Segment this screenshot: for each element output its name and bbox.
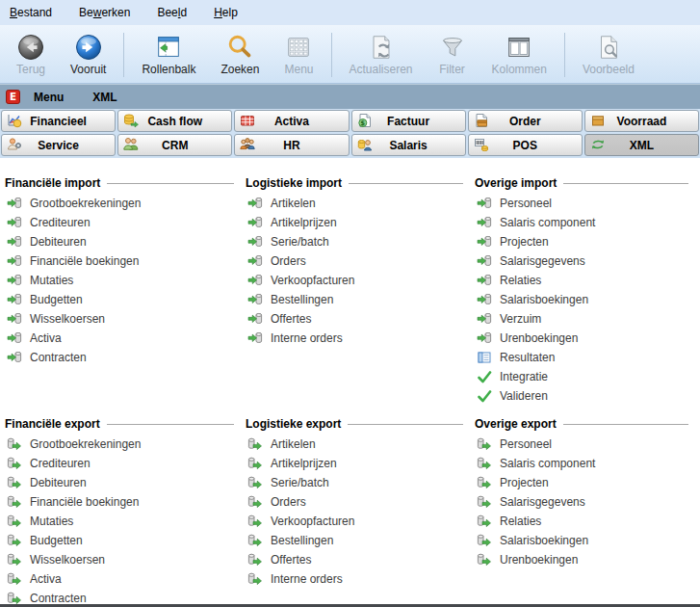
menu-link[interactable]: Debiteuren [5,232,240,251]
menu-link-label: Resultaten [500,351,555,364]
module-row: Financieel Cash flow Activa $ Factuur Or… [1,110,699,132]
menu-link[interactable]: Serie/batch [246,473,469,492]
menu-link[interactable]: Salarisboekingen [475,290,694,309]
toolbar-button[interactable]: Kolommen [480,27,559,83]
menu-link[interactable]: Artikelprijzen [246,454,469,473]
menu-link[interactable]: Offertes [246,550,469,569]
menu-link[interactable]: Contracten [5,348,240,367]
menu-link[interactable]: Salaris component [475,213,694,232]
menu-link-label: Integratie [500,370,548,383]
menu-link[interactable]: Activa [5,569,240,589]
menu-link[interactable]: Artikelprijzen [246,213,469,232]
pos-icon [474,137,489,152]
menu-link[interactable]: Budgetten [5,290,240,309]
menu-link[interactable]: Interne orders [246,329,469,348]
toolbar-button-label: Vooruit [70,63,106,76]
menubar-item[interactable]: Help [212,4,240,21]
menu-link[interactable]: Salaris component [475,454,694,473]
menu-link[interactable]: Personeel [475,194,694,213]
menu-link[interactable]: Artikelen [246,194,469,213]
menubar-item[interactable]: Bestand [8,4,54,21]
menu-link[interactable]: Wisselkoersen [5,550,240,569]
module-button[interactable]: Financieel [1,110,116,132]
menu-link[interactable]: Crediteuren [5,454,240,473]
menu-link[interactable]: Wisselkoersen [5,309,240,329]
menu-link-label: Bestellingen [271,293,333,306]
menu-link[interactable]: Projecten [475,232,694,251]
menu-link[interactable]: Financiële boekingen [5,492,240,512]
section-header: Overige import [475,175,694,191]
module-button[interactable]: Activa [234,110,349,132]
module-button[interactable]: POS [468,134,583,156]
toolbar-button[interactable]: Voorbeeld [570,27,647,83]
salaris-icon [357,137,373,152]
module-button[interactable]: HR [234,134,349,156]
menu-link[interactable]: Debiteuren [5,473,240,492]
exact-logo: E [6,90,20,104]
menu-link[interactable]: Activa [5,329,240,348]
menu-link[interactable]: Artikelen [246,435,469,454]
menu-link[interactable]: Mutaties [5,512,240,531]
menu-link[interactable]: Projecten [475,473,694,492]
menu-link-label: Grootboekrekeningen [30,437,141,451]
svg-text:E: E [10,91,16,102]
module-button[interactable]: Voorraad [584,110,699,132]
module-button[interactable]: Cash flow [117,110,232,132]
module-button[interactable]: Service [1,134,116,156]
tabbar-item[interactable]: Menu [32,89,65,106]
menu-link[interactable]: Urenboekingen [475,329,694,348]
menu-link[interactable]: Grootboekrekeningen [5,194,240,213]
toolbar-separator [564,33,565,77]
toolbar-button[interactable]: Zoeken [208,27,272,83]
menu-link[interactable]: Serie/batch [246,232,469,251]
toolbar-button-label: Zoeken [220,63,259,76]
menu-link[interactable]: Integratie [475,367,694,386]
menu-link[interactable]: Personeel [475,435,694,454]
module-button[interactable]: $ Factuur [351,110,466,132]
menu-link[interactable]: Relaties [475,271,694,290]
menu-link[interactable]: Relaties [475,512,694,531]
menu-link[interactable]: Budgetten [5,531,240,550]
menu-link[interactable]: Valideren [475,386,694,406]
menubar-item[interactable]: Bewerken [77,4,132,21]
toolbar-button[interactable]: Rollenbalk [129,27,208,83]
menu-link[interactable]: Salarisgegevens [475,251,694,271]
menu-link-label: Salaris component [500,216,595,229]
menu-link[interactable]: Salarisboekingen [475,531,694,550]
menu-link[interactable]: Bestellingen [246,290,469,309]
menu-link[interactable]: Crediteuren [5,213,240,232]
menu-link[interactable]: Resultaten [475,348,694,367]
module-button[interactable]: Salaris [351,134,466,156]
menu-link[interactable]: Verkoopfacturen [246,512,469,531]
import-icon [247,311,263,327]
import-icon [247,196,263,211]
export-icon [247,436,263,452]
export-icon [247,475,263,490]
section-title: Overige export [475,417,557,431]
menu-link[interactable]: Orders [246,251,469,271]
toolbar-button[interactable]: Actualiseren [337,27,426,83]
sections-grid: Financiële import Grootboekrekeningen Cr… [5,175,700,607]
toolbar-button[interactable]: Vooruit [58,27,118,83]
menu-link[interactable]: Mutaties [5,271,240,290]
menu-link[interactable]: Salarisgegevens [475,492,694,512]
menu-link[interactable]: Orders [246,492,469,512]
menu-link[interactable]: Verzuim [475,309,694,329]
module-button[interactable]: XML [584,134,699,156]
toolbar-button[interactable]: Filter [426,27,480,83]
menu-link[interactable]: Verkoopfacturen [246,271,469,290]
menu-link[interactable]: Urenboekingen [475,550,694,569]
tabbar-item[interactable]: XML [91,89,118,106]
menu-link[interactable]: Interne orders [246,569,469,589]
menu-link[interactable]: Bestellingen [246,531,469,550]
preview-icon [594,33,623,62]
module-button[interactable]: Order [468,110,583,132]
menubar-item[interactable]: Beeld [155,4,189,21]
menu-link[interactable]: Offertes [246,309,469,329]
module-button[interactable]: CRM [117,134,232,156]
import-icon [247,253,263,269]
menu-link[interactable]: Financiële boekingen [5,251,240,271]
toolbar-button[interactable]: Terug [4,27,58,83]
menu-link[interactable]: Grootboekrekeningen [5,435,240,454]
toolbar-button[interactable]: Menu [272,27,325,83]
